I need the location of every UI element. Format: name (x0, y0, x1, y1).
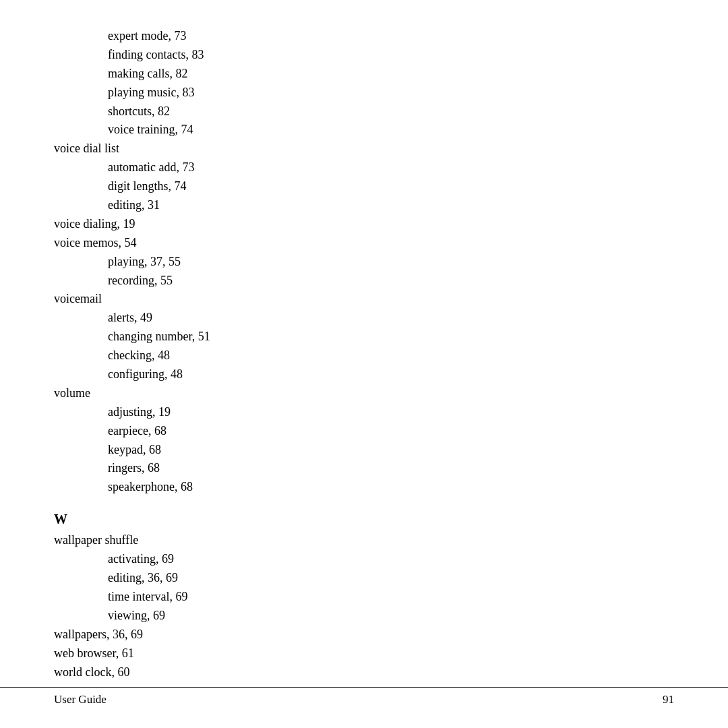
entry-viewing: viewing, 69 (108, 607, 674, 626)
entry-ringers: ringers, 68 (108, 459, 674, 478)
entry-web-browser: web browser, 61 (54, 644, 674, 663)
entry-voicemail: voicemail (54, 290, 674, 309)
entry-editing-36-69: editing, 36, 69 (108, 569, 674, 588)
entry-earpiece: earpiece, 68 (108, 422, 674, 441)
entry-shortcuts: shortcuts, 82 (108, 102, 674, 121)
entry-volume: volume (54, 384, 674, 403)
entry-world-clock: world clock, 60 (54, 663, 674, 682)
entry-time-interval: time interval, 69 (108, 588, 674, 607)
entry-configuring: configuring, 48 (108, 365, 674, 384)
entry-editing-31: editing, 31 (108, 196, 674, 215)
entry-making-calls: making calls, 82 (108, 65, 674, 84)
entry-digit-lengths: digit lengths, 74 (108, 177, 674, 196)
entry-alerts: alerts, 49 (108, 309, 674, 328)
entry-wallpapers: wallpapers, 36, 69 (54, 626, 674, 644)
entry-voice-memos: voice memos, 54 (54, 234, 674, 253)
entry-activating: activating, 69 (108, 550, 674, 569)
entry-keypad: keypad, 68 (108, 441, 674, 460)
entry-checking: checking, 48 (108, 346, 674, 365)
entry-voice-dial-list: voice dial list (54, 140, 674, 158)
entry-automatic-add: automatic add, 73 (108, 158, 674, 177)
section-letter-w: W (54, 509, 674, 530)
page-content: expert mode, 73 finding contacts, 83 mak… (0, 0, 728, 728)
entry-recording: recording, 55 (108, 272, 674, 291)
entry-wallpaper-shuffle: wallpaper shuffle (54, 531, 674, 550)
footer-page-number: 91 (663, 693, 674, 706)
page-footer: User Guide 91 (0, 687, 728, 706)
entry-speakerphone: speakerphone, 68 (108, 478, 674, 497)
entry-expert-mode: expert mode, 73 (108, 27, 674, 46)
entry-adjusting: adjusting, 19 (108, 403, 674, 422)
entry-voice-training: voice training, 74 (108, 121, 674, 140)
entry-finding-contacts: finding contacts, 83 (108, 46, 674, 65)
entry-playing-music: playing music, 83 (108, 84, 674, 102)
footer-title: User Guide (54, 693, 107, 706)
entry-playing: playing, 37, 55 (108, 253, 674, 272)
entry-voice-dialing: voice dialing, 19 (54, 215, 674, 234)
entry-changing-number: changing number, 51 (108, 328, 674, 346)
